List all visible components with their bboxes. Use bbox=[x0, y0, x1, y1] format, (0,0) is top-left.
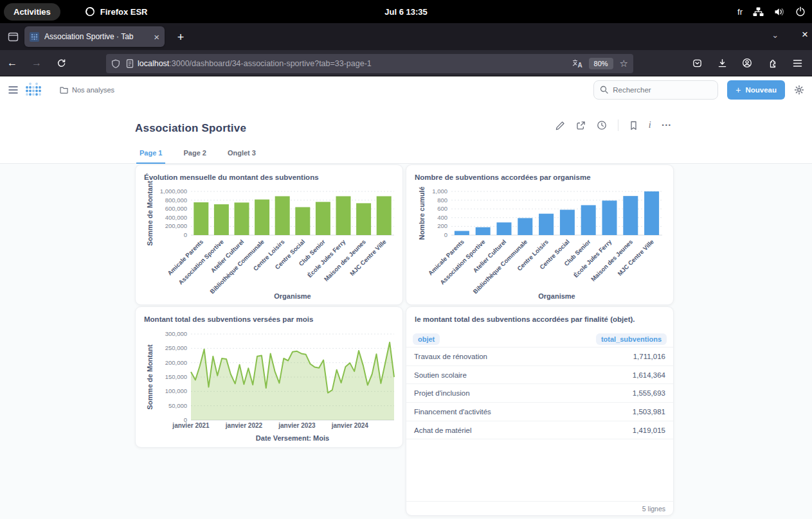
bar[interactable] bbox=[295, 207, 310, 235]
bar[interactable] bbox=[518, 218, 532, 235]
back-button[interactable]: ← bbox=[3, 53, 22, 73]
y-tick-label: 400 bbox=[437, 214, 447, 221]
url-bar[interactable]: localhost:3000/dashboard/34-association-… bbox=[106, 54, 633, 73]
y-tick-label: 1,000,000 bbox=[160, 188, 187, 195]
area-chart-mois: 050,000100,000150,000200,000250,000300,0… bbox=[136, 307, 404, 448]
more-options-icon[interactable]: ••• bbox=[662, 122, 672, 128]
y-tick-label: 200,000 bbox=[165, 222, 187, 229]
bar[interactable] bbox=[560, 210, 575, 235]
x-category-label: MJC Centre Ville bbox=[348, 238, 388, 277]
bar[interactable] bbox=[539, 214, 554, 235]
bar[interactable] bbox=[476, 227, 491, 235]
card-title: le montant total des subventions accordé… bbox=[415, 315, 635, 323]
bookmark-star-icon[interactable]: ☆ bbox=[620, 58, 628, 69]
y-tick-label: 600,000 bbox=[165, 205, 187, 212]
info-icon[interactable]: i bbox=[649, 120, 651, 130]
tab-onglet-3[interactable]: Onglet 3 bbox=[224, 149, 259, 164]
share-icon[interactable] bbox=[576, 121, 586, 130]
table-row[interactable]: Financement d'activités1,503,981 bbox=[406, 403, 673, 421]
metabase-favicon bbox=[30, 32, 39, 42]
focused-app-name: Firefox ESR bbox=[100, 7, 148, 17]
volume-icon[interactable] bbox=[774, 7, 785, 17]
bar[interactable] bbox=[497, 222, 512, 235]
focused-app-menu[interactable]: Firefox ESR bbox=[85, 6, 148, 17]
search-input[interactable] bbox=[613, 86, 709, 94]
extensions-icon[interactable] bbox=[762, 53, 782, 73]
column-header-total-subventions[interactable]: total_subventions bbox=[596, 333, 667, 345]
y-tick-label: 50,000 bbox=[168, 402, 187, 409]
bookmark-icon[interactable] bbox=[629, 121, 638, 130]
browser-tab-active[interactable]: Association Sportive · Tab × bbox=[24, 26, 165, 47]
card-title: Montant total des subventions versées pa… bbox=[144, 315, 313, 323]
gear-icon[interactable] bbox=[794, 85, 804, 95]
x-tick-label: janvier 2023 bbox=[278, 422, 316, 429]
x-tick-label: janvier 2021 bbox=[172, 422, 210, 429]
breadcrumb-label: Nos analyses bbox=[72, 86, 114, 94]
x-category-label: MJC Centre Ville bbox=[616, 238, 655, 277]
table-row[interactable]: Achat de matériel1,419,015 bbox=[406, 421, 673, 440]
network-icon[interactable] bbox=[753, 7, 764, 17]
window-close-icon[interactable]: × bbox=[802, 28, 808, 41]
bar[interactable] bbox=[255, 200, 269, 235]
x-axis-title: Organisme bbox=[274, 292, 311, 300]
power-icon[interactable] bbox=[795, 6, 806, 17]
y-tick-label: 250,000 bbox=[165, 344, 187, 351]
bar[interactable] bbox=[356, 203, 371, 235]
history-clock-icon[interactable] bbox=[597, 120, 607, 130]
bar[interactable] bbox=[644, 191, 659, 235]
cell-objet: Travaux de rénovation bbox=[414, 353, 487, 360]
bar[interactable] bbox=[377, 196, 392, 235]
tab-page-1[interactable]: Page 1 bbox=[136, 149, 165, 164]
tab-close-icon[interactable]: × bbox=[154, 32, 159, 42]
bar[interactable] bbox=[194, 202, 208, 235]
list-all-tabs-icon[interactable]: ⌄ bbox=[771, 30, 779, 40]
menu-icon[interactable] bbox=[788, 53, 807, 73]
card-montant-par-mois[interactable]: Montant total des subventions versées pa… bbox=[135, 306, 403, 448]
y-tick-label: 800,000 bbox=[165, 197, 187, 204]
table-row[interactable]: Travaux de rénovation1,711,016 bbox=[406, 347, 673, 366]
search-icon bbox=[600, 85, 608, 94]
card-table-finalite[interactable]: le montant total des subventions accordé… bbox=[406, 306, 674, 516]
account-icon[interactable] bbox=[737, 53, 757, 73]
bar[interactable] bbox=[316, 202, 330, 235]
tab-page-2[interactable]: Page 2 bbox=[180, 149, 209, 164]
table-row[interactable]: Projet d'inclusion1,555,693 bbox=[406, 384, 673, 403]
new-button[interactable]: + Nouveau bbox=[727, 80, 785, 100]
cell-objet: Achat de matériel bbox=[414, 427, 472, 434]
pocket-icon[interactable] bbox=[687, 53, 707, 73]
cell-total: 1,419,015 bbox=[633, 427, 665, 434]
bar[interactable] bbox=[455, 231, 469, 235]
card-evolution-mensuelle[interactable]: Évolution mensuelle du montant des subve… bbox=[135, 164, 403, 305]
page-info-icon[interactable] bbox=[126, 59, 134, 68]
browser-tab-bar: Association Sportive · Tab × + ⌄ × bbox=[0, 23, 812, 50]
firefox-view-button[interactable] bbox=[5, 29, 21, 44]
y-axis-title: Somme de Montant bbox=[146, 344, 154, 410]
download-icon[interactable] bbox=[712, 53, 732, 73]
x-category-label: Amicale Parents bbox=[166, 238, 204, 277]
bar[interactable] bbox=[581, 205, 596, 235]
bar[interactable] bbox=[275, 196, 290, 235]
zoom-level-badge[interactable]: 80% bbox=[589, 58, 613, 69]
shield-icon[interactable] bbox=[111, 59, 120, 69]
breadcrumb[interactable]: Nos analyses bbox=[60, 86, 114, 94]
metabase-logo[interactable] bbox=[25, 82, 42, 97]
edit-dashboard-icon[interactable] bbox=[555, 121, 565, 130]
keyboard-layout-indicator[interactable]: fr bbox=[737, 7, 743, 17]
activities-button[interactable]: Activities bbox=[4, 3, 60, 21]
bar[interactable] bbox=[235, 202, 249, 235]
x-category-label: École Jules Ferry bbox=[306, 238, 347, 279]
bar[interactable] bbox=[602, 200, 617, 235]
bar[interactable] bbox=[214, 204, 229, 235]
column-header-objet[interactable]: objet bbox=[413, 333, 440, 345]
bar[interactable] bbox=[336, 196, 351, 235]
search-box[interactable] bbox=[593, 80, 718, 100]
sidebar-toggle-icon[interactable] bbox=[8, 86, 19, 94]
new-tab-button[interactable]: + bbox=[172, 29, 189, 46]
y-tick-label: 1,000 bbox=[432, 188, 447, 195]
bar[interactable] bbox=[623, 196, 638, 235]
reload-button[interactable] bbox=[51, 53, 71, 73]
table-row[interactable]: Soutien scolaire1,614,364 bbox=[406, 366, 673, 385]
translate-icon[interactable]: A bbox=[572, 59, 582, 68]
card-nombre-subventions[interactable]: Nombre de subventions accordées par orga… bbox=[406, 164, 674, 305]
forward-button[interactable]: → bbox=[27, 53, 46, 73]
